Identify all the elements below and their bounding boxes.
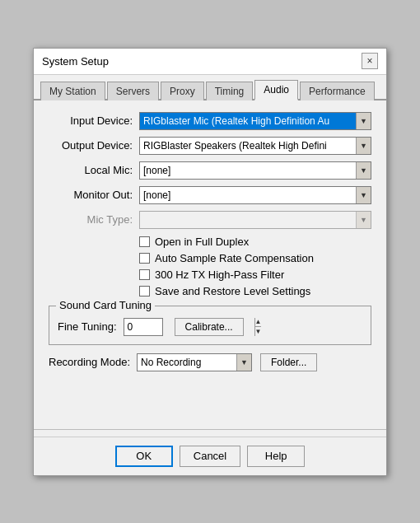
checkbox-auto-sample-label: Auto Sample Rate Compensation [155,252,314,264]
close-button[interactable]: × [362,53,378,69]
output-device-arrow[interactable]: ▼ [356,138,371,154]
mic-type-arrow: ▼ [356,212,371,228]
help-button[interactable]: Help [247,446,305,467]
local-mic-arrow[interactable]: ▼ [356,162,371,179]
output-device-dropdown[interactable]: RIGBlaster Speakers (Realtek High Defini… [139,137,371,155]
checkbox-full-duplex: Open in Full Duplex [139,236,371,248]
checkbox-auto-sample: Auto Sample Rate Compensation [139,252,371,264]
output-device-label: Output Device: [49,139,139,152]
input-device-arrow[interactable]: ▼ [356,113,371,129]
recording-mode-arrow[interactable]: ▼ [236,354,251,371]
monitor-out-value: [none] [140,189,356,201]
tab-servers[interactable]: Servers [107,82,159,100]
local-mic-row: Local Mic: [none] ▼ [49,161,371,180]
recording-mode-label: Recording Mode: [49,356,130,368]
output-device-value: RIGBlaster Speakers (Realtek High Defini [140,140,356,152]
ok-button[interactable]: OK [115,446,173,467]
tab-content: Input Device: RIGblaster Mic (Realtek Hi… [34,100,386,423]
mic-type-dropdown: ▼ [139,211,371,229]
monitor-out-row: Monitor Out: [none] ▼ [49,186,371,204]
output-device-row: Output Device: RIGBlaster Speakers (Real… [49,137,371,155]
checkbox-full-duplex-label: Open in Full Duplex [155,236,249,248]
group-box-title: Sound Card Tuning [56,299,155,311]
monitor-out-dropdown[interactable]: [none] ▼ [139,186,371,204]
local-mic-dropdown[interactable]: [none] ▼ [139,161,371,180]
sound-card-tuning-group: Sound Card Tuning Fine Tuning: ▲ ▼ Calib… [49,306,371,345]
checkbox-section: Open in Full Duplex Auto Sample Rate Com… [139,236,371,297]
spinbox-up-button[interactable]: ▲ [255,318,262,328]
tab-audio[interactable]: Audio [254,80,298,100]
checkbox-full-duplex-box[interactable] [139,236,150,247]
cancel-button[interactable]: Cancel [180,446,240,467]
fine-tuning-spinbox[interactable]: ▲ ▼ [124,318,163,336]
recording-mode-row: Recording Mode: No Recording ▼ Folder... [49,353,371,371]
button-divider [34,429,386,430]
monitor-out-label: Monitor Out: [49,189,139,201]
input-device-row: Input Device: RIGblaster Mic (Realtek Hi… [49,112,371,130]
tab-performance[interactable]: Performance [300,82,375,100]
tab-timing[interactable]: Timing [206,82,254,100]
input-device-label: Input Device: [49,114,139,127]
tab-proxy[interactable]: Proxy [161,82,204,100]
title-bar: System Setup × [34,49,386,75]
checkbox-high-pass: 300 Hz TX High-Pass Filter [139,269,371,281]
fine-tuning-label: Fine Tuning: [58,320,117,333]
calibrate-button[interactable]: Calibrate... [175,318,244,336]
checkbox-high-pass-label: 300 Hz TX High-Pass Filter [155,269,284,281]
spinbox-down-button[interactable]: ▼ [255,327,262,336]
mic-type-label: Mic Type: [49,213,139,226]
recording-mode-dropdown[interactable]: No Recording ▼ [137,353,252,371]
tuning-content: Fine Tuning: ▲ ▼ Calibrate... [58,318,362,336]
checkbox-save-restore-box[interactable] [139,286,150,297]
dialog-title: System Setup [42,55,109,68]
checkbox-save-restore: Save and Restore Level Settings [139,285,371,297]
tab-my-station[interactable]: My Station [40,82,105,100]
mic-type-row: Mic Type: ▼ [49,211,371,229]
system-setup-dialog: System Setup × My Station Servers Proxy … [33,48,387,476]
input-device-dropdown[interactable]: RIGblaster Mic (Realtek High Definition … [139,112,371,130]
checkbox-high-pass-box[interactable] [139,269,150,280]
recording-mode-value: No Recording [138,357,236,368]
button-bar: OK Cancel Help [34,437,386,475]
folder-button[interactable]: Folder... [260,353,317,371]
local-mic-label: Local Mic: [49,164,139,176]
spinbox-arrows: ▲ ▼ [254,318,262,336]
monitor-out-arrow[interactable]: ▼ [356,187,371,203]
local-mic-value: [none] [140,165,356,176]
checkbox-auto-sample-box[interactable] [139,253,150,264]
tab-bar: My Station Servers Proxy Timing Audio Pe… [34,75,386,100]
checkbox-save-restore-label: Save and Restore Level Settings [155,285,310,297]
input-device-value: RIGblaster Mic (Realtek High Definition … [140,115,356,127]
